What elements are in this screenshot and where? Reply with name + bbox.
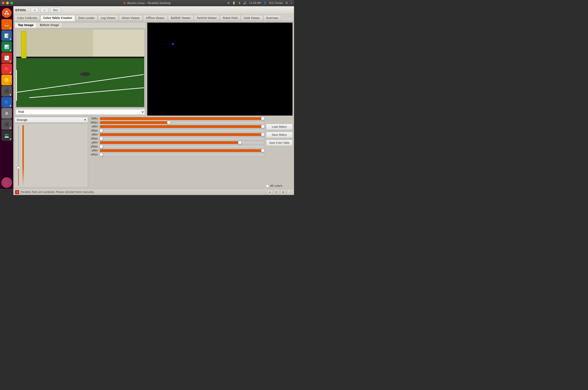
taskbar-item-firefox[interactable]: 🦊2 — [1, 19, 12, 30]
taskbar-item-impress[interactable]: 📉5 — [1, 52, 12, 63]
slider-thumb-hMax[interactable] — [167, 121, 171, 125]
taskbar-item-7[interactable]: 🟡7 — [1, 75, 12, 85]
blue-dot — [172, 43, 174, 45]
tab-overseer[interactable]: Overseer — [263, 15, 281, 21]
right-buttons: Load Sliders Save Sliders Save Color Tab… — [266, 117, 293, 188]
color-swatch — [26, 125, 86, 186]
tab-log-viewer[interactable]: Log Viewer — [98, 15, 118, 21]
taskbar-item-notes[interactable]: 📝3 — [1, 30, 12, 41]
slider-track-zMin[interactable] — [100, 133, 265, 136]
statusbar-btn-3[interactable]: 🖥 — [281, 190, 286, 194]
slider-row-sMax: sMax — [89, 129, 265, 132]
slider-track-yMax[interactable] — [100, 145, 265, 148]
network-icon: ⇅ — [238, 1, 240, 5]
right-panel-viewport — [147, 22, 293, 116]
back-button[interactable]: < — [31, 8, 39, 13]
mail-icon: ✉ — [227, 1, 230, 5]
tab-top-image[interactable]: Top Image — [15, 23, 37, 28]
slider-row-hMax: hMax — [89, 121, 265, 124]
taskbar-item-0[interactable]: ⬛0 — [1, 119, 12, 130]
maximize-button[interactable] — [10, 1, 13, 4]
statusbar-btn-2[interactable]: ⚙ — [274, 190, 279, 194]
tab-color-calibrate[interactable]: Color Calibrate — [14, 15, 40, 21]
slider-thumb-yMax[interactable] — [99, 145, 103, 148]
top-section: Top Image Bottom Image — [15, 22, 293, 116]
all-colors-row: All colors — [266, 184, 293, 188]
vertical-slider-container — [16, 125, 21, 186]
slider-row-zMax: zMax — [89, 137, 265, 140]
taskbar-item-ubuntu[interactable] — [2, 8, 11, 18]
statusbar-right: ⬅ ⚙ 🖥 ↗ — [267, 190, 292, 194]
chevron-down-icon: ▼ — [84, 119, 86, 121]
clock: 11:09 AM — [249, 1, 261, 4]
all-colors-checkbox[interactable] — [266, 185, 269, 188]
image-mode-dropdown[interactable]: RGB HSZ YUV Segmented — [16, 109, 145, 115]
vertical-slider-thumb[interactable] — [17, 167, 20, 169]
left-panel: Top Image Bottom Image — [15, 22, 146, 116]
app-area: QTOOL < > Rec Color Calibrate Color Tabl… — [13, 6, 294, 189]
tab-bottom-image[interactable]: Bottom Image — [37, 23, 62, 28]
title-bar: ■ Ubuntu Linux – Parallels Desktop ✉ 🔋 ⇅… — [0, 0, 294, 6]
statusbar-message: Parallels Tools are outdated. Please rei… — [21, 191, 94, 194]
statusbar-btn-4[interactable]: ↗ — [287, 190, 292, 194]
slider-row-vMin: vMin — [89, 149, 265, 152]
rec-button[interactable]: Rec — [50, 8, 61, 13]
slider-track-yMin[interactable] — [100, 141, 265, 144]
tab-field-viewer[interactable]: Field Viewer — [241, 15, 263, 21]
taskbar-item-9[interactable]: 🔵9 — [1, 97, 12, 107]
save-color-table-button[interactable]: Save Color Table — [266, 140, 293, 146]
color-dropdown[interactable]: Orange ▼ — [15, 117, 88, 123]
slider-track-vMax[interactable] — [100, 153, 265, 156]
tab-robot-field[interactable]: Robot Field — [220, 15, 240, 21]
save-sliders-button[interactable]: Save Sliders — [266, 132, 293, 138]
statusbar-btn-1[interactable]: ⬅ — [267, 190, 272, 194]
slider-track-hMax[interactable] — [100, 121, 265, 124]
slider-thumb-sMin[interactable] — [261, 125, 265, 129]
app-title: QTOOL — [15, 8, 26, 12]
taskbar-item-8[interactable]: ⬛8 — [1, 86, 12, 97]
slider-thumb-vMin[interactable] — [261, 148, 265, 152]
slider-thumb-zMin[interactable] — [261, 133, 265, 137]
slider-track-zMax[interactable] — [100, 137, 265, 140]
image-container — [15, 28, 146, 108]
tab-color-table-creator[interactable]: Color Table Creator — [41, 15, 75, 21]
parallels-logo-icon: ⏻ — [16, 191, 18, 193]
slider-label-vMax: vMax — [89, 153, 98, 156]
window-title: ■ Ubuntu Linux – Parallels Desktop — [123, 1, 170, 5]
slider-thumb-vMax[interactable] — [99, 152, 103, 157]
vertical-slider-track[interactable] — [18, 125, 19, 186]
slider-row-sMin: sMin — [89, 125, 265, 128]
image-mode-select[interactable]: RGB HSZ YUV Segmented — [16, 109, 145, 115]
slider-thumb-zMax[interactable] — [99, 137, 103, 141]
tab-particle-viewer[interactable]: Particle Viewer — [194, 15, 219, 21]
taskbar-item-spreadsheet[interactable]: 📊4 — [1, 41, 12, 52]
load-sliders-button[interactable]: Load Sliders — [266, 124, 293, 130]
color-preview-area — [15, 123, 88, 188]
main-content: Top Image Bottom Image — [13, 21, 294, 189]
green-field — [16, 58, 144, 107]
slider-track-sMax[interactable] — [100, 129, 265, 132]
slider-thumb-yMin[interactable] — [238, 141, 242, 145]
slider-track-hMin[interactable] — [100, 117, 265, 120]
slider-label-sMax: sMax — [89, 129, 98, 132]
slider-row-hMin: hMin — [89, 117, 265, 120]
slider-thumb-sMax[interactable] — [99, 129, 103, 133]
minimize-button[interactable] — [6, 1, 9, 4]
color-dropdown-value: Orange — [17, 118, 27, 121]
taskbar-item-6[interactable]: 🔴6 — [1, 63, 12, 74]
tab-offline-viewer[interactable]: Offline Viewer — [143, 15, 167, 21]
close-button[interactable] — [2, 1, 5, 4]
tab-vision-viewer[interactable]: Vision Viewer — [119, 15, 142, 21]
slider-thumb-hMin[interactable] — [261, 117, 265, 121]
tab-data-loader[interactable]: Data Loader — [76, 15, 98, 21]
forward-button[interactable]: > — [41, 8, 49, 13]
tab-ballekf-viewer[interactable]: BallEKF Viewer — [168, 15, 194, 21]
taskbar-item-gear[interactable]: ⚙ — [1, 108, 12, 119]
slider-track-vMin[interactable] — [100, 149, 265, 152]
taskbar-item-terminal[interactable]: 💻5 — [1, 130, 12, 141]
taskbar-item-sound[interactable]: 🎵 — [1, 177, 12, 188]
slider-track-sMin[interactable] — [100, 125, 265, 128]
settings-icon[interactable]: ⚙ — [286, 1, 288, 4]
resize-icon[interactable]: ⤢ — [290, 2, 292, 4]
window-controls[interactable] — [2, 1, 13, 4]
